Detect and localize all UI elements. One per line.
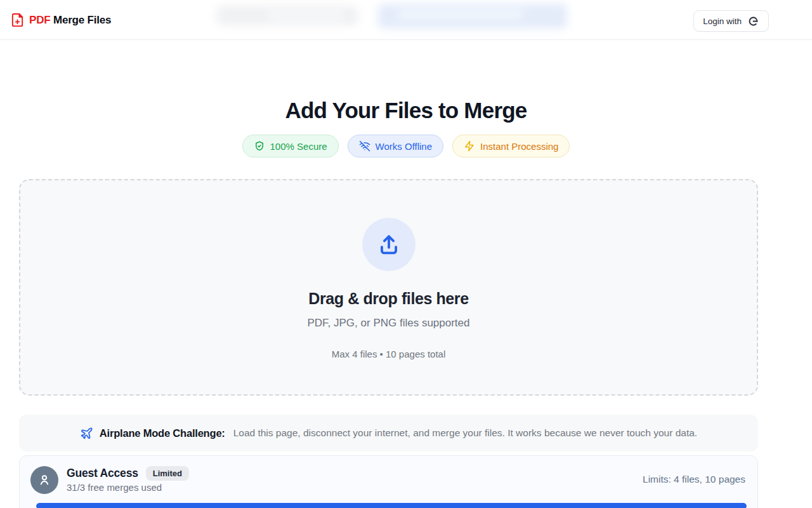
- file-dropzone[interactable]: Drag & drop files here PDF, JPG, or PNG …: [19, 179, 758, 396]
- dropzone-subtitle: PDF, JPG, or PNG files supported: [20, 317, 757, 330]
- badge-secure-label: 100% Secure: [270, 141, 327, 152]
- badge-offline-label: Works Offline: [376, 141, 432, 152]
- banner-description: Load this page, disconnect your internet…: [233, 427, 698, 439]
- logo-text-rest: Merge Files: [53, 14, 111, 26]
- limits-text: Limits: 4 files, 10 pages: [643, 474, 745, 485]
- shield-check-icon: [254, 140, 265, 152]
- airplane-mode-banner: Airplane Mode Challenge: Load this page,…: [19, 415, 758, 451]
- user-icon: [37, 472, 52, 488]
- app-logo[interactable]: PDF Merge Files: [10, 13, 111, 27]
- usage-progress-bar: [36, 503, 747, 508]
- page-title: Add Your Files to Merge: [0, 98, 812, 123]
- blurred-header-element: [217, 6, 358, 25]
- limited-badge: Limited: [146, 466, 189, 481]
- avatar: [30, 466, 58, 494]
- merges-used-text: 31/3 free merges used: [67, 482, 162, 493]
- zap-icon: [464, 140, 475, 152]
- upload-icon: [377, 232, 401, 257]
- guest-access-card: Guest Access Limited 31/3 free merges us…: [19, 455, 758, 508]
- login-button-label: Login with: [703, 17, 742, 26]
- blurred-header-banner: [378, 4, 567, 29]
- badge-instant: Instant Processing: [452, 135, 570, 157]
- badge-instant-label: Instant Processing: [480, 141, 558, 152]
- guest-access-title: Guest Access: [67, 467, 138, 480]
- feature-badges: 100% Secure Works Offline: [0, 135, 812, 157]
- dropzone-limits: Max 4 files • 10 pages total: [20, 349, 757, 359]
- dropzone-title: Drag & drop files here: [20, 290, 757, 308]
- pdf-merge-page: PDF Merge Files Login with Add Your File…: [0, 0, 812, 508]
- badge-secure: 100% Secure: [242, 135, 339, 157]
- header: PDF Merge Files Login with: [0, 0, 812, 40]
- file-plus-icon: [10, 13, 25, 27]
- wifi-off-icon: [359, 140, 370, 152]
- badge-offline: Works Offline: [348, 135, 443, 157]
- banner-title: Airplane Mode Challenge:: [100, 427, 225, 439]
- upload-circle: [362, 218, 416, 271]
- login-with-google-button[interactable]: Login with: [693, 10, 769, 32]
- logo-text-pdf: PDF: [29, 14, 50, 26]
- google-g-icon: [747, 15, 759, 27]
- usage-progress-fill: [36, 503, 747, 508]
- airplane-icon: [80, 427, 93, 440]
